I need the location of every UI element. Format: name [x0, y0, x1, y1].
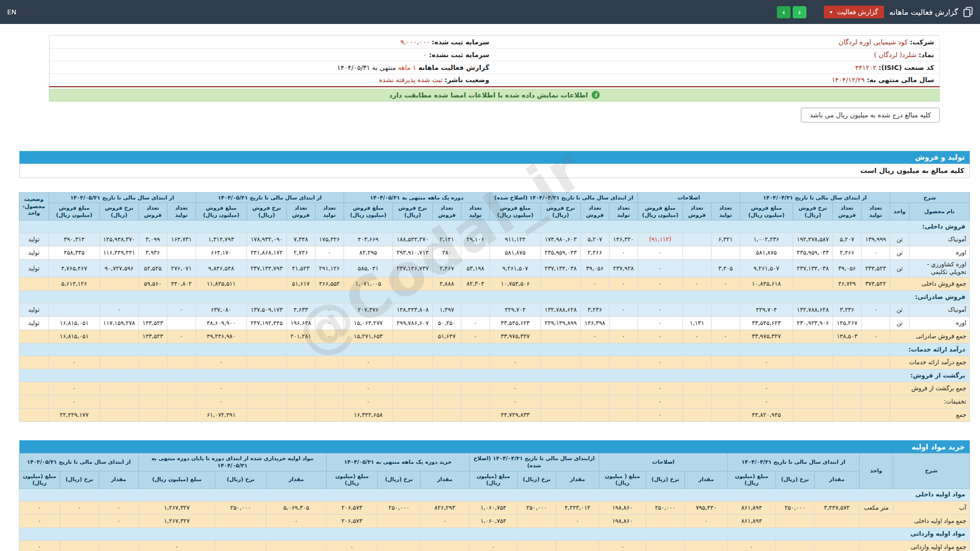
value-cell: ۲۳۷,۱۳۴,۰۳۸ [793, 260, 833, 278]
value-cell [461, 246, 489, 260]
column-header: نرخ (ریال) [776, 471, 815, 488]
unit-cell: متر مکعب [860, 501, 893, 514]
value-cell [461, 304, 489, 317]
info-label: سال مالی منتهی به: [867, 76, 934, 84]
value-cell: ۱۹۲,۴۷۸,۵۸۷ [793, 233, 833, 246]
value-cell: ۴۸,۶۰۹,۹۰۰ [195, 317, 247, 330]
value-cell [100, 409, 138, 422]
value-cell: ۰ [556, 514, 599, 528]
next-report-button[interactable]: › [793, 6, 806, 18]
value-cell: ۱۲۵,۹۴۸,۳۷۰ [100, 233, 138, 246]
value-cell: ۱۳۲,۷۸۸,۶۲۸ [541, 304, 580, 317]
value-cell: ۱۹۶,۶۴۸ [286, 317, 315, 330]
value-cell [580, 409, 609, 422]
data-row: جمع مواد اولیه وارداتی۰۰۰۰۰۰ [19, 540, 969, 551]
group-header: دوره یک ماهه منتهی به ۱۴۰۴/۰۵/۳۱ [344, 192, 489, 203]
data-row: جمع برگشت از فروش۰۰۰۰۰۰ [19, 382, 969, 395]
value-cell: ۲۳۷,۱۳۴,۷۹۳ [247, 260, 286, 278]
value-cell [393, 409, 432, 422]
value-cell [167, 317, 195, 330]
value-cell: ۱۱,۸۲۵,۵۱۱ [195, 278, 247, 291]
value-cell: ۱۵,۰۶۴,۲۷۷ [344, 317, 393, 330]
info-value: ۰ [423, 51, 427, 59]
value-cell: ۰ [580, 278, 609, 291]
value-cell: ۲۳۷,۱۴۶,۷۳۷ [393, 260, 432, 278]
value-cell: ۰ [19, 501, 60, 514]
million-rial-tab[interactable]: کلیه مبالغ درج شده به میلیون ریال می باش… [801, 108, 940, 122]
value-cell: ۴۲۹,۷۰۴ [740, 304, 793, 317]
value-cell [393, 278, 432, 291]
group-header: ازابتدای سال مالی تا تاریخ ۱۴۰۴/۰۴/۳۱ (ا… [469, 454, 599, 471]
report-dropdown-button[interactable]: گزارش فعالیت ▾ [824, 6, 884, 18]
value-cell: ۲,۱۴۱ [432, 233, 461, 246]
value-cell: ۳,۴۰۵ [711, 260, 740, 278]
column-header: تعداد تولید [711, 203, 740, 220]
value-cell [682, 409, 711, 422]
value-cell [682, 395, 711, 409]
group-header: از ابتدای سال مالی تا تاریخ ۱۴۰۴/۰۴/۳۱ [728, 454, 860, 471]
value-cell [432, 356, 461, 369]
value-cell: ۱۰,۷۵۴,۵۰۶ [489, 278, 541, 291]
column-header: مقدار [556, 471, 599, 488]
value-cell: ۲۵۰,۰۰۰ [215, 501, 266, 514]
value-cell: ۱,۳۹۷ [432, 304, 461, 317]
prev-report-button[interactable]: ‹ [777, 6, 791, 18]
column-header: تعداد تولید [461, 203, 489, 220]
row-label: آب [893, 501, 970, 514]
value-cell: ۰ [100, 304, 138, 317]
status-cell: تولید [19, 260, 48, 278]
info-cell-isic: کد صنعت (ISIC): ۴۴۱۲۰۲ [495, 61, 940, 74]
status-cell [19, 278, 48, 291]
value-cell [138, 356, 167, 369]
value-cell [682, 246, 711, 260]
value-cell: ۲۹۳,۹۱۰,۷۱۴ [393, 246, 432, 260]
info-cell-issuer-status: وضعیت ناشر: ثبت شده پذیرفته نشده [50, 74, 495, 87]
value-cell: ۱۰,۸۴۵,۶۱۸ [740, 278, 793, 291]
value-cell [815, 514, 860, 528]
column-header: مبلغ فروش (میلیون ریال) [740, 203, 793, 220]
production-sales-section-bar: تولید و فروش [19, 151, 970, 164]
table-header: شرحاز ابتدای سال مالی تا تاریخ ۱۴۰۴/۰۴/۳… [19, 192, 969, 220]
row-label: آمونیاک [910, 233, 970, 246]
value-cell: ۱۷۸,۹۳۲,۰۹۰ [247, 233, 286, 246]
value-cell: ۹,۸۴۶,۵۴۸ [195, 260, 247, 278]
row-label: جمع [890, 409, 970, 422]
value-cell: ۰ [315, 317, 344, 330]
value-cell: ۵۳,۱۹۸ [461, 260, 489, 278]
value-cell [682, 356, 711, 369]
row-label: آمونیاک [910, 304, 970, 317]
info-value: کود شیمیایی اوره لردگان [839, 38, 908, 46]
value-cell [138, 395, 167, 409]
value-cell: ۰ [682, 330, 711, 343]
value-cell [167, 356, 195, 369]
column-header: مبلغ (میلیون ریال) [326, 471, 377, 488]
value-cell: ۰ [580, 330, 609, 343]
value-cell: ۰ [461, 330, 489, 343]
column-header: مقدار [815, 471, 860, 488]
value-cell [100, 395, 138, 409]
language-en-link[interactable]: EN [7, 8, 16, 16]
value-cell [776, 540, 815, 551]
value-cell: ۱۸۸,۵۴۲,۲۷۰ [393, 233, 432, 246]
value-cell: ۴,۸۸۸ [432, 278, 461, 291]
value-cell: ۱,۲۶۷,۳۲۷ [138, 514, 215, 528]
product-name-header: نام محصول [910, 203, 970, 220]
value-cell [138, 382, 167, 395]
info-label: سرمایه ثبت شده: [432, 38, 489, 46]
value-cell: ۰ [344, 395, 393, 409]
value-cell: ۰ [266, 514, 326, 528]
value-cell: ۱,۲۶۷,۳۲۷ [138, 501, 215, 514]
info-label: نماد: [919, 51, 934, 59]
desc-header: شرح [893, 454, 970, 489]
value-cell: ۰ [489, 382, 541, 395]
info-value: منتهی به ۱۴۰۴/۰۵/۳۱ [337, 64, 396, 71]
column-header: نرخ فروش (ریال) [393, 203, 432, 220]
section-label: فروش داخلی: [19, 220, 969, 233]
value-cell: ۱۳۹,۹۹۹ [862, 233, 890, 246]
value-cell: ۸۲,۳۰۴ [461, 278, 489, 291]
copy-report-icon[interactable] [963, 7, 973, 17]
value-cell [833, 382, 862, 395]
value-cell [682, 304, 711, 317]
value-cell [541, 382, 580, 395]
value-cell [60, 514, 99, 528]
